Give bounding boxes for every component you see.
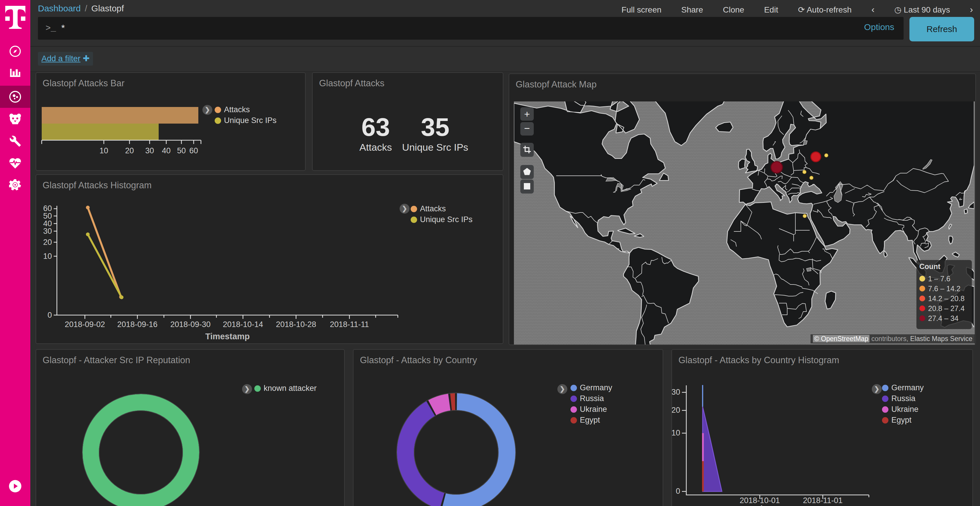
svg-text:60: 60: [189, 146, 198, 155]
svg-text:2018-11-01: 2018-11-01: [803, 496, 843, 505]
svg-text:30: 30: [145, 146, 154, 155]
svg-text:40: 40: [162, 146, 171, 155]
svg-text:30: 30: [43, 227, 52, 235]
svg-text:Timestamp: Timestamp: [756, 504, 800, 506]
svg-text:2018-09-02: 2018-09-02: [65, 320, 105, 329]
svg-text:10: 10: [99, 146, 108, 155]
svg-text:50: 50: [177, 146, 186, 155]
svg-text:20: 20: [672, 406, 680, 414]
svg-text:2018-10-14: 2018-10-14: [223, 320, 263, 329]
svg-text:2018-09-30: 2018-09-30: [170, 320, 211, 329]
svg-text:2018-09-16: 2018-09-16: [117, 320, 158, 329]
svg-text:0: 0: [676, 487, 680, 495]
svg-text:10: 10: [43, 252, 52, 260]
svg-text:20: 20: [125, 146, 134, 155]
svg-text:10: 10: [672, 428, 680, 437]
svg-text:20: 20: [43, 238, 52, 247]
svg-text:Timestamp: Timestamp: [205, 332, 250, 341]
svg-text:0: 0: [48, 311, 52, 319]
svg-text:30: 30: [672, 388, 680, 397]
svg-text:2018-10-01: 2018-10-01: [740, 496, 780, 505]
svg-text:2018-11-11: 2018-11-11: [330, 320, 369, 329]
svg-text:2018-10-28: 2018-10-28: [276, 320, 316, 329]
